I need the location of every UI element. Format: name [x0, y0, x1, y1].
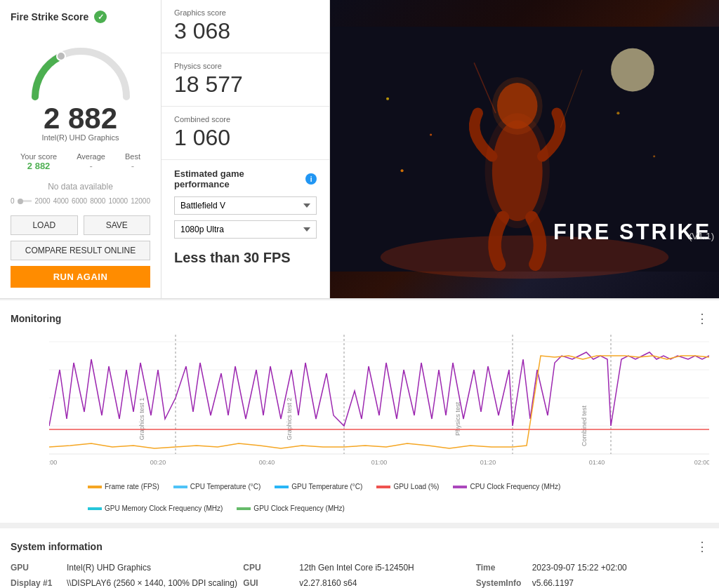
your-score-col: Your score 2 882	[20, 152, 57, 171]
monitoring-chart: 4000 3000 2000 1000 0 Graphics test 1 Gr…	[49, 335, 709, 475]
svg-text:Combined test: Combined test	[581, 405, 588, 446]
system-gui-value: v2.27.8160 s64	[299, 578, 357, 588]
legend-label-framerate: Frame rate (FPS)	[105, 483, 159, 490]
physics-score-card: Physics score 18 577	[161, 53, 329, 107]
system-display-row: Display #1 \\DISPLAY6 (2560 × 1440, 100%…	[11, 578, 243, 588]
svg-point-2	[611, 48, 654, 92]
compare-button[interactable]: COMPARE RESULT ONLINE	[11, 241, 150, 260]
svg-text:01:40: 01:40	[589, 459, 605, 466]
gpu-name: Intel(R) UHD Graphics	[11, 133, 150, 142]
legend-label-gpu-load: GPU Load (%)	[393, 483, 439, 490]
resolution-select[interactable]: 1080p Ultra 1080p High 1440p Ultra	[174, 220, 317, 239]
legend-color-cpu-clock	[453, 486, 467, 488]
legend-color-gpu-load	[376, 486, 390, 488]
est-perf-header: Estimated game performance i	[174, 168, 317, 189]
range-track	[18, 200, 32, 202]
legend-color-gpu-clock	[237, 507, 251, 510]
save-button[interactable]: SAVE	[84, 215, 151, 235]
legend-cpu-temp: CPU Temperature (°C)	[173, 483, 261, 490]
legend-label-gpu-mem-clock: GPU Memory Clock Frequency (MHz)	[105, 505, 223, 512]
svg-text:(V1.1): (V1.1)	[689, 231, 714, 241]
graphics-score-card: Graphics score 3 068	[161, 0, 329, 53]
your-score-label: Your score	[20, 152, 57, 161]
system-time-label: Time	[476, 563, 532, 573]
combined-score-card: Combined score 1 060	[161, 107, 329, 160]
monitoring-menu[interactable]: ⋮	[696, 311, 708, 326]
legend-gpu-temp: GPU Temperature (°C)	[275, 483, 362, 490]
no-data-text: No data available	[11, 182, 150, 192]
graphics-score-label: Graphics score	[174, 8, 317, 17]
system-info-grid: GPU Intel(R) UHD Graphics Display #1 \\D…	[11, 563, 708, 588]
gauge-container	[21, 30, 140, 100]
system-col-1: GPU Intel(R) UHD Graphics Display #1 \\D…	[11, 563, 243, 588]
legend-color-cpu-temp	[173, 486, 187, 488]
monitoring-title: Monitoring	[11, 313, 61, 324]
system-col-3: Time 2023-09-07 15:22 +02:00 SystemInfo …	[476, 563, 708, 588]
best-value: -	[125, 161, 140, 171]
fps-result: Less than 30 FPS	[174, 250, 317, 266]
middle-panel: Graphics score 3 068 Physics score 18 57…	[161, 0, 330, 298]
title-text: Fire Strike Score	[11, 11, 88, 22]
system-gpu-row: GPU Intel(R) UHD Graphics	[11, 563, 243, 573]
combined-score-value: 1 060	[174, 125, 317, 151]
legend-cpu-clock: CPU Clock Frequency (MHz)	[453, 483, 560, 490]
est-perf-section: Estimated game performance i Battlefield…	[161, 160, 329, 274]
svg-point-10	[616, 112, 619, 114]
system-gui-row: GUI v2.27.8160 s64	[243, 578, 475, 588]
main-container: Fire Strike Score ✓ 2 882 Intel(R) UHD G…	[0, 0, 719, 588]
range-2k: 2000	[34, 197, 50, 205]
system-sysinfo-row: SystemInfo v5.66.1197	[476, 578, 708, 588]
top-section: Fire Strike Score ✓ 2 882 Intel(R) UHD G…	[0, 0, 719, 299]
gauge-svg	[21, 30, 140, 104]
range-marker	[18, 199, 23, 204]
physics-score-label: Physics score	[174, 62, 317, 70]
system-menu[interactable]: ⋮	[696, 539, 708, 554]
svg-text:Physics test: Physics test	[454, 401, 461, 436]
info-icon[interactable]: i	[305, 173, 317, 185]
legend-gpu-mem-clock: GPU Memory Clock Frequency (MHz)	[88, 505, 223, 512]
svg-point-0	[57, 52, 65, 60]
main-score: 2 882	[11, 104, 150, 133]
legend-label-cpu-clock: CPU Clock Frequency (MHz)	[470, 483, 560, 490]
system-section: System information ⋮ GPU Intel(R) UHD Gr…	[0, 528, 719, 588]
check-icon: ✓	[94, 11, 107, 23]
system-gpu-label: GPU	[11, 563, 67, 573]
est-perf-label: Estimated game performance	[174, 168, 301, 189]
svg-point-11	[653, 155, 655, 157]
svg-text:01:20: 01:20	[480, 459, 496, 466]
system-cpu-value: 12th Gen Intel Core i5-12450H	[299, 563, 414, 573]
right-panel: FIRE STRIKE (V1.1)	[330, 0, 719, 298]
system-sysinfo-value: v5.66.1197	[532, 578, 574, 588]
best-label: Best	[125, 152, 140, 161]
system-sysinfo-label: SystemInfo	[476, 578, 532, 588]
legend-gpu-clock: GPU Clock Frequency (MHz)	[237, 505, 344, 512]
range-6k: 6000	[72, 197, 87, 205]
legend-label-cpu-temp: CPU Temperature (°C)	[190, 483, 261, 490]
svg-text:00:00: 00:00	[49, 459, 57, 466]
game-select[interactable]: Battlefield V Call of Duty Fortnite	[174, 196, 317, 215]
best-col: Best -	[125, 152, 140, 171]
system-cpu-label: CPU	[243, 563, 299, 573]
left-panel: Fire Strike Score ✓ 2 882 Intel(R) UHD G…	[0, 0, 161, 298]
range-10k: 10000	[108, 197, 128, 205]
load-button[interactable]: LOAD	[11, 215, 78, 235]
run-again-button[interactable]: RUN AGAIN	[11, 266, 150, 288]
range-bar: 0 2000 4000 6000 8000 10000 12000	[11, 197, 150, 205]
system-display-value: \\DISPLAY6 (2560 × 1440, 100% DPI scalin…	[67, 578, 237, 588]
svg-text:02:00: 02:00	[694, 459, 709, 466]
legend-framerate: Frame rate (FPS)	[88, 483, 159, 490]
svg-text:FIRE STRIKE: FIRE STRIKE	[553, 220, 711, 244]
score-row: Your score 2 882 Average - Best -	[11, 152, 150, 171]
svg-point-12	[386, 98, 389, 100]
range-8k: 8000	[90, 197, 105, 205]
legend-color-gpu-temp	[275, 486, 289, 488]
svg-text:Graphics test 2: Graphics test 2	[286, 398, 293, 441]
system-display-label: Display #1	[11, 578, 67, 588]
monitoring-section: Monitoring ⋮ 4000 3000 2000 1000 0	[0, 300, 719, 523]
system-time-row: Time 2023-09-07 15:22 +02:00	[476, 563, 708, 573]
legend-color-gpu-mem-clock	[88, 507, 102, 510]
your-score-value: 2 882	[20, 161, 57, 171]
legend-label-gpu-clock: GPU Clock Frequency (MHz)	[253, 505, 344, 512]
legend-gpu-load: GPU Load (%)	[376, 483, 439, 490]
fire-bg: FIRE STRIKE (V1.1)	[330, 0, 719, 298]
